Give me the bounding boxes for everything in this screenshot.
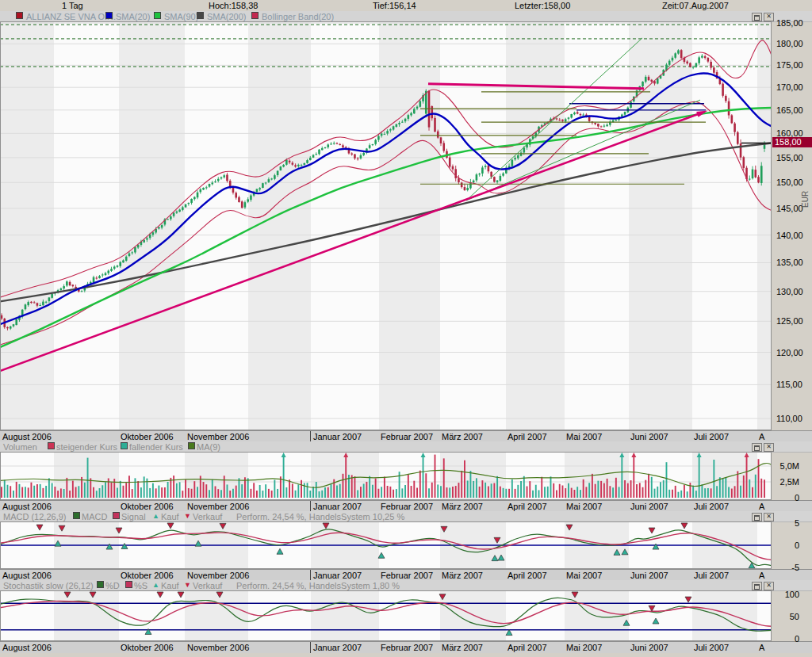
macd-line-swatch	[73, 512, 80, 519]
month-label: Juni 2007	[630, 571, 668, 580]
restore-icon[interactable]	[752, 513, 762, 521]
price-tick: 180,00	[776, 39, 803, 48]
price-tick: 145,00	[776, 204, 803, 213]
month-label: August 2006	[2, 502, 52, 511]
month-label: Mai 2007	[566, 502, 602, 511]
restore-icon[interactable]	[752, 582, 762, 590]
restore-icon[interactable]	[752, 443, 762, 452]
price-tick: 140,00	[776, 231, 803, 240]
price-tick: 125,00	[776, 316, 803, 326]
month-label: Februar 2007	[381, 432, 433, 441]
macd-legend: MACD (12,26,9) MACD Signal ▲ Kauf ▼ Verk…	[0, 511, 812, 522]
macd-plot[interactable]	[0, 521, 772, 569]
month-label: Januar 2007	[313, 571, 362, 580]
month-label: November 2006	[187, 571, 249, 580]
date-axis-main: August 2006Oktober 2006November 2006Janu…	[0, 430, 812, 442]
macd-tick: 0	[771, 540, 799, 550]
pct-s-swatch	[125, 581, 132, 588]
month-label: Juli 2007	[694, 432, 729, 441]
stoch-tick: 0	[771, 634, 799, 644]
volume-ma-label: MA(9)	[197, 442, 220, 452]
volume-plot[interactable]	[0, 452, 772, 500]
sma20-color-swatch	[105, 12, 113, 19]
month-label: Januar 2007	[313, 502, 362, 511]
month-label: Mai 2007	[566, 571, 602, 580]
signal-line-swatch	[113, 512, 120, 519]
symbol-name: ALLIANZ SE VNA O.N.	[26, 12, 116, 21]
legend-sma20: SMA(20)	[116, 12, 150, 21]
legend-bollinger: Bollinger Band(20)	[262, 12, 334, 21]
info-bar: 1 Tag Hoch:158,38 Tief:156,14 Letzter:15…	[0, 0, 812, 12]
price-chart-plot[interactable]	[0, 21, 772, 430]
price-tick: 170,00	[776, 82, 803, 92]
month-label: A	[759, 502, 764, 511]
month-label: November 2006	[187, 502, 249, 511]
month-label: Mai 2007	[566, 643, 602, 652]
price-tick: 110,00	[776, 414, 802, 423]
month-label: Februar 2007	[381, 502, 433, 511]
price-tick: 120,00	[776, 348, 803, 357]
price-tick: 135,00	[776, 258, 803, 267]
volume-tick: 0	[771, 493, 799, 502]
stochastic-plot[interactable]	[0, 590, 772, 641]
price-tick: 155,00	[776, 153, 803, 162]
main-panel-window-controls: ✕	[752, 13, 774, 21]
month-label: Februar 2007	[381, 571, 433, 580]
month-label: März 2007	[442, 432, 483, 441]
month-label: August 2006	[2, 571, 52, 580]
year-divider	[310, 501, 311, 512]
macd-buy-label: Kauf	[161, 512, 179, 521]
pct-d-swatch	[97, 581, 104, 588]
sell-triangle-icon: ▼	[184, 512, 191, 520]
price-tick: 130,00	[776, 287, 803, 296]
buy-triangle-icon: ▲	[152, 512, 159, 520]
macd-line-label: MACD	[82, 512, 107, 521]
volume-up-swatch	[48, 442, 55, 449]
month-label: April 2007	[508, 502, 547, 511]
low-label: Tief:156,14	[373, 1, 416, 10]
last-price-badge: 158,00	[772, 137, 812, 147]
close-icon[interactable]: ✕	[764, 443, 774, 452]
sma90-color-swatch	[154, 12, 161, 19]
volume-title: Volumen	[3, 442, 37, 452]
month-label: Oktober 2006	[121, 432, 174, 441]
month-label: Juli 2007	[694, 571, 729, 580]
month-label: August 2006	[2, 432, 52, 441]
month-label: November 2006	[187, 432, 249, 441]
macd-tick: -5	[771, 563, 799, 572]
high-label: Hoch:158,38	[209, 1, 258, 10]
price-tick: 150,00	[776, 178, 803, 187]
volume-down-swatch	[121, 442, 128, 449]
price-tick: 185,00	[776, 18, 803, 28]
month-label: Juli 2007	[694, 502, 729, 511]
stoch-title: Stochastik slow (26,12)	[3, 581, 94, 590]
signal-line-label: Signal	[121, 512, 146, 521]
month-label: Mai 2007	[566, 432, 602, 441]
month-label: April 2007	[508, 432, 547, 441]
restore-icon[interactable]	[752, 13, 762, 21]
price-tick: 175,00	[776, 60, 803, 70]
sell-triangle-icon: ▼	[184, 581, 191, 589]
month-label: Juli 2007	[694, 643, 729, 652]
month-label: A	[759, 432, 764, 441]
period-label: 1 Tag	[62, 1, 83, 10]
close-icon[interactable]: ✕	[764, 13, 774, 21]
volume-panel-window-controls: ✕	[752, 443, 774, 452]
pct-s-label: %S	[134, 581, 147, 590]
macd-performance: Perform. 24,54 %, HandelsSystem 10,25 %	[236, 512, 404, 521]
volume-down-label: fallender Kurs	[129, 442, 183, 452]
month-label: August 2006	[2, 643, 52, 652]
legend-sma90: SMA(90)	[164, 12, 198, 21]
sma200-color-swatch	[197, 12, 204, 19]
macd-tick: 5	[771, 518, 799, 528]
time-label: Zeit:07.Aug.2007	[662, 1, 729, 10]
stochastic-legend: Stochastik slow (26,12) %D %S ▲ Kauf ▼ V…	[0, 580, 812, 591]
month-label: Februar 2007	[381, 643, 433, 652]
date-axis-volume: August 2006Oktober 2006November 2006Janu…	[0, 500, 812, 512]
year-divider	[310, 431, 311, 442]
month-label: Juni 2007	[630, 432, 668, 441]
price-axis-unit: EUR	[801, 191, 810, 208]
stoch-performance: Perform. 24,54 %, HandelsSystem 1,80 %	[236, 581, 400, 590]
month-label: Januar 2007	[313, 432, 362, 441]
month-label: März 2007	[442, 502, 483, 511]
